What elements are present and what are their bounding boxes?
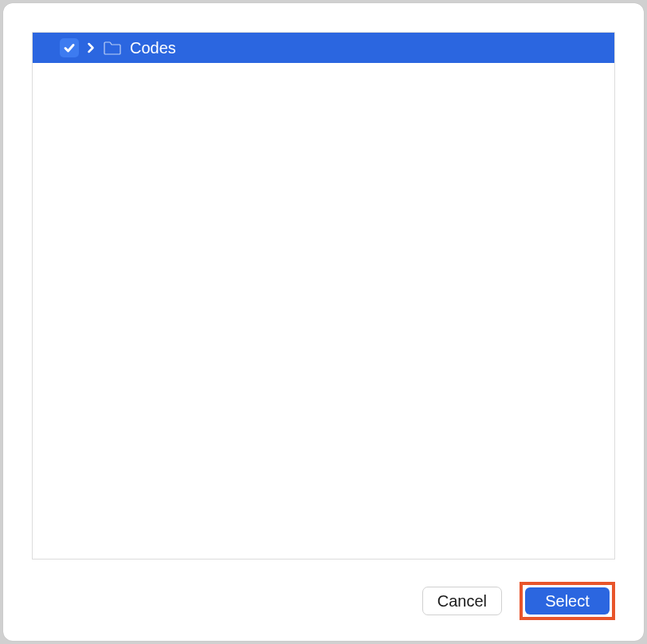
- checkmark-icon: [63, 41, 76, 54]
- folder-tree-row[interactable]: Codes: [33, 33, 614, 63]
- folder-tree-panel[interactable]: Codes: [32, 32, 615, 560]
- folder-label: Codes: [130, 39, 176, 57]
- folder-icon: [103, 40, 122, 56]
- folder-picker-dialog: Codes Cancel Select: [3, 3, 644, 641]
- cancel-button[interactable]: Cancel: [422, 587, 502, 615]
- folder-checkbox[interactable]: [60, 38, 79, 57]
- select-button-highlight: Select: [520, 582, 615, 620]
- chevron-right-icon[interactable]: [87, 42, 95, 53]
- dialog-button-bar: Cancel Select: [32, 582, 615, 620]
- select-button[interactable]: Select: [525, 587, 610, 615]
